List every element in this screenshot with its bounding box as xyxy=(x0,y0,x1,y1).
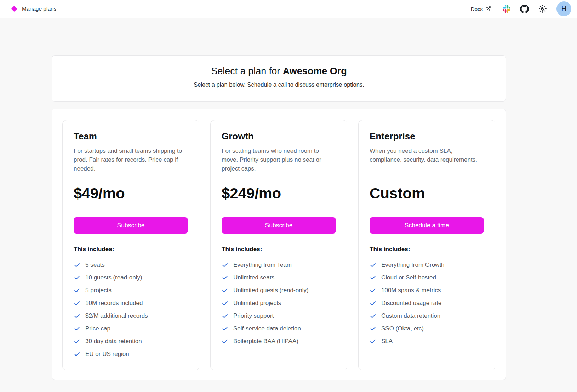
select-plan-title: Select a plan for Awesome Org xyxy=(59,65,499,77)
feature-item: Cloud or Self-hosted xyxy=(370,274,484,282)
plan-price: Custom xyxy=(370,183,484,204)
plan-description: When you need a custom SLA, compliance, … xyxy=(370,146,484,173)
feature-label: 5 projects xyxy=(85,287,112,294)
plan-price: $249/mo xyxy=(222,183,336,204)
check-icon xyxy=(222,275,228,281)
feature-label: Boilerplate BAA (HIPAA) xyxy=(233,338,298,345)
org-name: Awesome Org xyxy=(283,66,347,76)
plan-price: $49/mo xyxy=(74,183,188,204)
check-icon xyxy=(222,300,228,307)
feature-item: Self-service data deletion xyxy=(222,325,336,333)
sun-moon-icon xyxy=(538,5,547,13)
feature-item: EU or US region xyxy=(74,350,188,358)
feature-label: $2/M additional records xyxy=(85,312,148,320)
feature-label: Unlimited projects xyxy=(233,299,281,307)
user-avatar[interactable]: H xyxy=(556,1,571,16)
feature-item: Everything from Growth xyxy=(370,261,484,269)
feature-item: Discounted usage rate xyxy=(370,299,484,307)
plan-card: Enterprise When you need a custom SLA, c… xyxy=(358,120,495,370)
feature-label: Price cap xyxy=(85,325,110,333)
feature-item: 5 seats xyxy=(74,261,188,269)
github-button[interactable] xyxy=(520,5,529,13)
plan-description: For startups and small teams shipping to… xyxy=(74,146,188,173)
check-icon xyxy=(74,325,80,332)
slack-icon xyxy=(503,5,510,13)
check-icon xyxy=(74,300,80,307)
feature-item: 5 projects xyxy=(74,287,188,294)
feature-item: 10 guests (read-only) xyxy=(74,274,188,282)
docs-link[interactable]: Docs xyxy=(471,6,491,12)
feature-label: Custom data retention xyxy=(381,312,440,320)
check-icon xyxy=(370,313,376,319)
feature-list: Everything from Growth Cloud or Self-hos… xyxy=(370,261,484,345)
docs-link-label: Docs xyxy=(471,6,483,12)
feature-label: 5 seats xyxy=(85,261,105,269)
feature-label: SLA xyxy=(381,338,393,345)
feature-label: Cloud or Self-hosted xyxy=(381,274,436,282)
check-icon xyxy=(370,325,376,332)
check-icon xyxy=(370,300,376,307)
feature-item: Priority support xyxy=(222,312,336,320)
external-link-icon xyxy=(485,6,491,12)
check-icon xyxy=(370,262,376,269)
theme-toggle-button[interactable] xyxy=(538,5,547,13)
feature-label: 10M records included xyxy=(85,299,143,307)
feature-label: Everything from Growth xyxy=(381,261,445,269)
check-icon xyxy=(370,338,376,345)
feature-label: Everything from Team xyxy=(233,261,292,269)
check-icon xyxy=(74,313,80,319)
select-plan-header-card: Select a plan for Awesome Org Select a p… xyxy=(52,55,506,102)
page-title: Manage plans xyxy=(22,6,56,12)
feature-label: 100M spans & metrics xyxy=(381,287,441,294)
includes-label: This includes: xyxy=(370,246,484,253)
feature-item: Unlimited seats xyxy=(222,274,336,282)
plan-cta-button[interactable]: Subscribe xyxy=(222,217,336,234)
includes-label: This includes: xyxy=(74,246,188,253)
feature-item: Price cap xyxy=(74,325,188,333)
check-icon xyxy=(370,287,376,294)
feature-item: Unlimited guests (read-only) xyxy=(222,287,336,294)
plan-cta-button[interactable]: Subscribe xyxy=(74,217,188,234)
main-content: Select a plan for Awesome Org Select a p… xyxy=(52,55,506,380)
feature-label: Self-service data deletion xyxy=(233,325,301,333)
check-icon xyxy=(222,338,228,345)
plan-name: Team xyxy=(74,131,188,142)
feature-label: Priority support xyxy=(233,312,274,320)
feature-item: $2/M additional records xyxy=(74,312,188,320)
feature-item: 10M records included xyxy=(74,299,188,307)
feature-label: SSO (Okta, etc) xyxy=(381,325,424,333)
feature-item: SSO (Okta, etc) xyxy=(370,325,484,333)
check-icon xyxy=(74,287,80,294)
feature-label: Unlimited seats xyxy=(233,274,274,282)
check-icon xyxy=(74,262,80,269)
feature-item: 100M spans & metrics xyxy=(370,287,484,294)
check-icon xyxy=(370,275,376,281)
check-icon xyxy=(222,313,228,319)
plan-description: For scaling teams who need room to move.… xyxy=(222,146,336,173)
plans-row: Team For startups and small teams shippi… xyxy=(52,109,506,380)
github-icon xyxy=(520,5,529,13)
plan-card: Team For startups and small teams shippi… xyxy=(62,120,199,370)
check-icon xyxy=(74,351,80,358)
check-icon xyxy=(74,275,80,281)
check-icon xyxy=(222,325,228,332)
check-icon xyxy=(222,262,228,269)
feature-item: Unlimited projects xyxy=(222,299,336,307)
plan-name: Growth xyxy=(222,131,336,142)
check-icon xyxy=(222,287,228,294)
feature-list: Everything from Team Unlimited seats Unl… xyxy=(222,261,336,345)
plan-card: Growth For scaling teams who need room t… xyxy=(210,120,347,370)
feature-item: Boilerplate BAA (HIPAA) xyxy=(222,338,336,345)
feature-label: 10 guests (read-only) xyxy=(85,274,142,282)
feature-label: EU or US region xyxy=(85,350,129,358)
select-plan-title-prefix: Select a plan for xyxy=(211,66,283,76)
slack-button[interactable] xyxy=(503,5,510,13)
feature-label: Discounted usage rate xyxy=(381,299,441,307)
feature-item: Custom data retention xyxy=(370,312,484,320)
feature-item: SLA xyxy=(370,338,484,345)
plan-cta-button[interactable]: Schedule a time xyxy=(370,217,484,234)
navbar-right: Docs xyxy=(471,1,571,16)
check-icon xyxy=(74,338,80,345)
navbar-left: Manage plans xyxy=(10,6,56,12)
feature-item: 30 day data retention xyxy=(74,338,188,345)
